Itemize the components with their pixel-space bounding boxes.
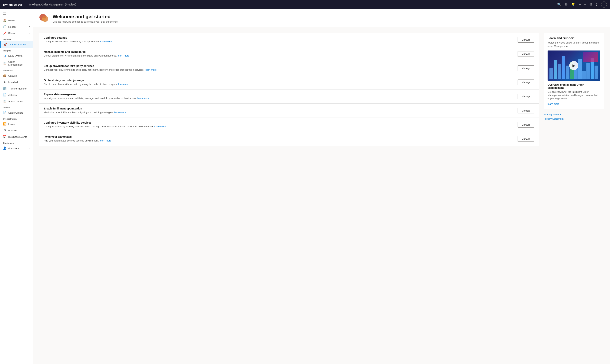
pin-icon: 📌: [3, 31, 6, 35]
chart-bar-8: [578, 59, 582, 79]
learn-more-link-configure[interactable]: learn more: [100, 40, 112, 43]
task-info-configure-settings: Configure settings Configure connections…: [44, 36, 514, 43]
sidebar-item-getting-started[interactable]: 🚀 Getting Started: [0, 41, 33, 48]
task-info-providers: Set up providers for third-party service…: [44, 65, 514, 72]
video-thumbnail[interactable]: ▶: [548, 51, 600, 81]
sidebar-order-mgmt-label: Order Management: [8, 61, 30, 66]
business-events-icon: 📅: [3, 135, 6, 139]
chevron-down-icon: ▾: [29, 26, 30, 28]
task-desc-orchestrate: Create order flows without code by using…: [44, 82, 514, 86]
installed-icon: ⬇: [3, 80, 6, 84]
sidebar-item-home[interactable]: 🏠 Home: [0, 17, 33, 24]
policies-icon: ⚙: [3, 129, 6, 132]
video-desc: Get an overview of the Intelligent Order…: [548, 91, 600, 100]
task-title-orchestrate: Orchestrate your order journeys: [44, 79, 514, 82]
sidebar-item-recent[interactable]: 🕐 Recent ▾: [0, 24, 33, 30]
app-name: Intelligent Order Management (Preview): [29, 3, 76, 6]
main-layout: ☰ 🏠 Home 🕐 Recent ▾ 📌 Pinned ▾ My work 🚀…: [0, 9, 610, 364]
learn-more-link-insights[interactable]: learn more: [118, 54, 129, 57]
learn-more-link-fulfillment[interactable]: learn more: [114, 111, 126, 114]
chart-bar-9: [582, 71, 586, 79]
manage-button-configure[interactable]: Manage: [518, 37, 534, 43]
task-info-inventory: Configure inventory visibility services …: [44, 121, 514, 128]
daily-events-icon: 📊: [3, 54, 6, 57]
sidebar-item-accounts[interactable]: 👤 Accounts ▾: [0, 145, 33, 151]
task-info-fulfillment: Enable fulfillment optimization Maximize…: [44, 107, 514, 114]
page-header-text: Welcome and get started Use the followin…: [53, 14, 118, 23]
my-work-section: My work: [0, 36, 33, 41]
sidebar-item-actions[interactable]: 📄 Actions: [0, 92, 33, 98]
task-desc-fulfillment: Maximize order fulfillment by configurin…: [44, 111, 514, 114]
sidebar-item-action-types[interactable]: 📋 Action Types: [0, 98, 33, 104]
avatar[interactable]: [601, 1, 607, 8]
hamburger-menu[interactable]: ☰: [3, 12, 6, 15]
learn-more-link-teammates[interactable]: learn more: [100, 139, 111, 142]
nav-icons: 🔍 ⚙ 💡 + ▿ ⚙ ?: [557, 1, 607, 8]
sidebar-item-catalog[interactable]: 📦 Catalog: [0, 73, 33, 79]
sidebar-item-order-management[interactable]: 📋 Order Management: [0, 59, 33, 68]
chart-bar-2: [554, 60, 557, 79]
manage-button-orchestrate[interactable]: Manage: [518, 79, 534, 85]
lightbulb-icon[interactable]: 💡: [571, 2, 575, 7]
sidebar-flows-label: Flows: [8, 123, 15, 126]
task-desc-configure-settings: Configure connections required by IOM ap…: [44, 40, 514, 43]
help-icon[interactable]: ?: [596, 3, 597, 7]
learn-more-link-providers[interactable]: learn more: [145, 68, 157, 71]
page-title: Welcome and get started: [53, 14, 118, 20]
getting-started-icon: 🚀: [4, 43, 7, 46]
sidebar-actions-label: Actions: [8, 94, 17, 96]
learn-more-link-inventory[interactable]: learn more: [154, 125, 166, 128]
sidebar-item-flows[interactable]: 🔀 Flows: [0, 121, 33, 127]
task-inventory: Configure inventory visibility services …: [39, 117, 539, 132]
task-data-management: Explore data management Import your data…: [39, 89, 539, 104]
svg-point-2: [42, 18, 46, 22]
content-area: Welcome and get started Use the followin…: [33, 9, 610, 364]
manage-button-fulfillment[interactable]: Manage: [518, 108, 534, 113]
manage-button-data[interactable]: Manage: [518, 94, 534, 99]
task-title-fulfillment: Enable fulfillment optimization: [44, 107, 514, 110]
sidebar-item-transformations[interactable]: 🔄 Transformations: [0, 85, 33, 92]
sidebar-accounts-label: Accounts: [8, 147, 19, 150]
sidebar-item-pinned[interactable]: 📌 Pinned ▾: [0, 30, 33, 36]
task-desc-inventory: Configure inventory visibility services …: [44, 125, 514, 128]
home-icon: 🏠: [3, 19, 6, 22]
manage-button-providers[interactable]: Manage: [518, 65, 534, 71]
filter-icon[interactable]: ▿: [584, 2, 586, 7]
manage-button-insights[interactable]: Manage: [518, 51, 534, 57]
sidebar-item-sales-orders[interactable]: 📄 Sales Orders: [0, 109, 33, 116]
top-nav: Dynamics 365 | Intelligent Order Managem…: [0, 0, 610, 9]
task-info-orchestrate: Orchestrate your order journeys Create o…: [44, 79, 514, 86]
privacy-statement-link[interactable]: Privacy Statement: [544, 117, 604, 120]
search-icon[interactable]: 🔍: [557, 2, 561, 7]
sidebar-home-label: Home: [8, 19, 15, 22]
chevron-down-icon-2: ▾: [29, 32, 30, 35]
sidebar-item-daily-events[interactable]: 📊 Daily Events: [0, 52, 33, 59]
gear-icon[interactable]: ⚙: [589, 2, 592, 7]
sidebar-item-policies[interactable]: ⚙ Policies: [0, 127, 33, 134]
task-title-teammates: Invite your teammates: [44, 135, 514, 138]
sidebar-policies-label: Policies: [8, 129, 17, 132]
chevron-down-icon-3: ▾: [29, 147, 30, 149]
sidebar-pinned-label: Pinned: [8, 32, 16, 35]
manage-button-teammates[interactable]: Manage: [518, 136, 534, 142]
manage-button-inventory[interactable]: Manage: [518, 122, 534, 128]
sidebar-item-business-events[interactable]: 📅 Business Events: [0, 134, 33, 140]
chart-bar-1: [549, 68, 553, 79]
trial-agreement-link[interactable]: Trial Agreement: [544, 113, 604, 116]
learn-more-link-data[interactable]: learn more: [137, 97, 149, 100]
sidebar-transformations-label: Transformations: [8, 87, 27, 90]
task-orchestrate: Orchestrate your order journeys Create o…: [39, 75, 539, 89]
learn-more-link-orchestrate[interactable]: learn more: [118, 83, 130, 86]
add-icon[interactable]: +: [579, 3, 581, 7]
providers-section: Providers: [0, 68, 33, 73]
video-learn-more-link[interactable]: learn more: [548, 103, 559, 105]
sidebar-item-installed[interactable]: ⬇ Installed: [0, 79, 33, 85]
chart-bar-10: [586, 63, 590, 79]
sidebar-sales-orders-label: Sales Orders: [8, 111, 23, 114]
task-teammates: Invite your teammates Add your teammates…: [39, 132, 539, 146]
order-mgmt-icon: 📋: [3, 62, 6, 65]
settings-alt-icon[interactable]: ⚙: [565, 2, 568, 7]
task-info-data-management: Explore data management Import your data…: [44, 93, 514, 100]
sidebar-action-types-label: Action Types: [8, 100, 23, 103]
task-title-data-management: Explore data management: [44, 93, 514, 96]
